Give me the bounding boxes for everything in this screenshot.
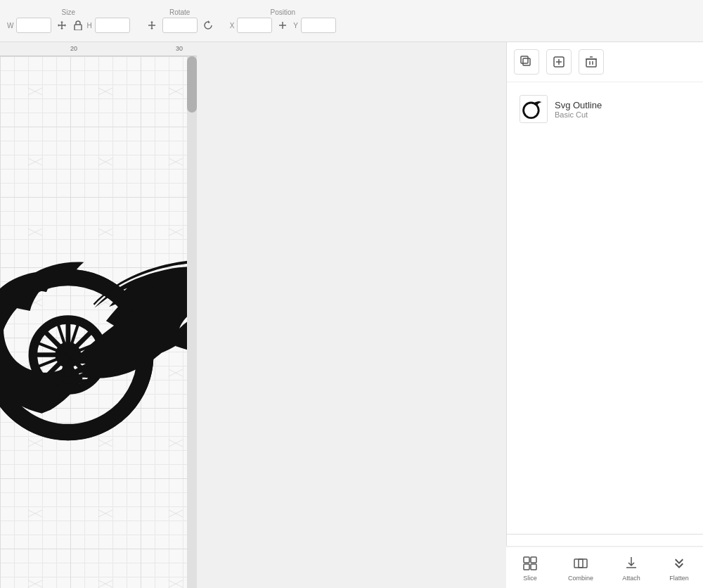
slice-icon — [520, 554, 540, 573]
position-y-input[interactable] — [301, 18, 336, 33]
size-arrows-icon[interactable] — [54, 18, 70, 33]
position-arrows-icon[interactable] — [275, 18, 290, 33]
position-group: Position X Y — [230, 8, 336, 33]
add-button[interactable] — [546, 49, 572, 75]
lock-icon[interactable] — [72, 20, 84, 31]
grid-canvas[interactable] — [0, 56, 197, 588]
slice-tool[interactable]: Slice — [520, 554, 540, 582]
layer-name: Svg Outline — [555, 100, 690, 110]
combine-icon — [571, 554, 591, 573]
rotate-group: Rotate — [144, 8, 216, 33]
layer-type: Basic Cut — [555, 110, 690, 119]
rotate-controls — [144, 18, 216, 33]
layer-thumbnail — [520, 95, 548, 123]
x-label: X — [230, 22, 235, 30]
svg-rect-26 — [531, 564, 536, 570]
combine-label: Combine — [568, 575, 593, 582]
attach-label: Attach — [622, 575, 640, 582]
layers-list: Svg Outline Basic Cut — [507, 82, 703, 534]
position-controls: X Y — [230, 18, 336, 33]
attach-tool[interactable]: Attach — [621, 554, 641, 582]
rotate-label: Rotate — [169, 8, 190, 16]
svg-rect-23 — [524, 557, 529, 563]
canvas-scrollbar-thumb[interactable] — [187, 56, 197, 113]
ruler-mark-2: 30 — [176, 45, 183, 52]
svg-rect-25 — [524, 564, 529, 570]
size-w-input[interactable] — [16, 18, 51, 33]
slice-label: Slice — [523, 575, 537, 582]
canvas-scrollbar[interactable] — [187, 56, 197, 588]
size-controls: W H — [7, 18, 130, 33]
svg-rect-0 — [75, 25, 82, 30]
panel-actions — [507, 42, 703, 82]
delete-button[interactable] — [579, 49, 604, 75]
duplicate-button[interactable] — [514, 49, 539, 75]
ruler-mark-1: 20 — [70, 45, 77, 52]
size-label: Size — [62, 8, 75, 16]
svg-point-22 — [524, 103, 539, 118]
rotate-input[interactable] — [162, 18, 198, 33]
bottom-toolbar: Slice Combine Attach Flatten — [506, 546, 703, 588]
layer-info: Svg Outline Basic Cut — [555, 100, 690, 119]
combine-tool[interactable]: Combine — [568, 554, 593, 582]
size-h-input[interactable] — [95, 18, 130, 33]
svg-rect-13 — [521, 56, 528, 63]
w-label: W — [7, 22, 13, 30]
svg-rect-24 — [531, 557, 536, 563]
rotate-icon[interactable] — [200, 18, 216, 33]
position-label: Position — [271, 8, 296, 16]
attach-icon — [621, 554, 641, 573]
flatten-tool[interactable]: Flatten — [669, 554, 689, 582]
toolbar: Size W H Rotate Position — [0, 0, 703, 42]
right-panel: Layers Color Sync Svg O — [506, 0, 703, 588]
ruler-top: 20 30 — [0, 42, 197, 56]
position-x-input[interactable] — [237, 18, 272, 33]
flatten-icon — [669, 554, 689, 573]
svg-rect-12 — [523, 58, 530, 65]
h-label: H — [86, 22, 91, 30]
canvas-area[interactable]: 20 30 — [0, 42, 197, 588]
size-group: Size W H — [7, 8, 130, 33]
svg-rect-17 — [586, 59, 596, 67]
design-image[interactable] — [0, 186, 197, 489]
layer-item[interactable]: Svg Outline Basic Cut — [514, 89, 696, 129]
flatten-label: Flatten — [669, 575, 689, 582]
rotate-arrows-icon[interactable] — [144, 18, 160, 33]
y-label: Y — [293, 22, 298, 30]
